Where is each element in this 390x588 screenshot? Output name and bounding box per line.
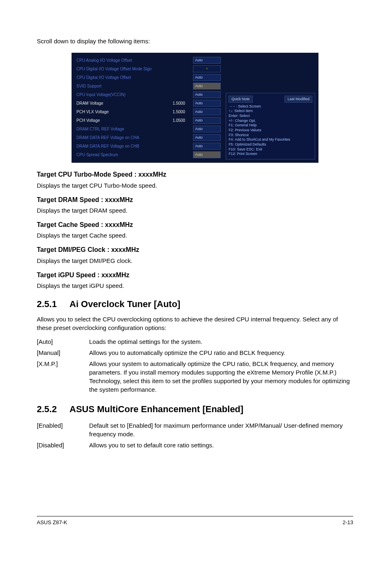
bios-label: DRAM DATA REF Voltage on CHB [76,144,173,149]
bios-label: DRAM CTRL REF Voltage [76,126,173,132]
bios-nav-line: →←: Select Screen [229,104,312,109]
bios-dropdown: Auto [193,143,221,150]
bios-dropdown: Auto [193,100,221,107]
target-heading: Target iGPU Speed : xxxxMHz [37,271,353,280]
option-value: Loads the optimal settings for the syste… [89,336,353,347]
target-heading: Target Cache Speed : xxxxMHz [37,220,353,229]
bios-nav-line: F3: Shortcut [229,133,312,138]
bios-nav-line: F2: Previous Values [229,128,312,133]
bios-nav-line: Enter: Select [229,114,312,119]
intro-text: Scroll down to display the following ite… [37,37,353,45]
bios-row: CPU Input Voltage(VCCIN)Auto [75,90,222,99]
bios-row: DRAM DATA REF Voltage on CHBAuto [75,142,222,150]
bios-value: 1.5000 [173,101,193,106]
bios-dropdown: + [193,65,221,72]
bios-label: SVID Support [76,83,173,89]
bios-row: DRAM Voltage1.5000Auto [75,99,222,108]
bios-row: SVID SupportAuto [75,82,222,90]
option-row: [X.M.P.]Allows your system to automatica… [37,358,353,395]
option-value: Allows your system to automatically opti… [89,358,353,395]
bios-value: 1.5000 [173,109,193,115]
bios-row: CPU Digital I/O Voltage OffsetAuto [75,73,222,82]
target-desc: Displays the target CPU Turbo-Mode speed… [37,181,353,190]
bios-label: CPU Analog I/O Voltage Offset [76,58,173,63]
bios-nav-line: F5: Optimized Defaults [229,142,312,147]
target-desc: Displays the target DMI/PEG clock. [37,256,353,265]
bios-row: DRAM DATA REF Voltage on CHAAuto [75,133,222,142]
option-value: Allows you to set to default core ratio … [89,440,353,451]
target-desc: Displays the target DRAM speed. [37,206,353,215]
option-key: [X.M.P.] [37,358,89,395]
target-heading: Target DRAM Speed : xxxxMHz [37,195,353,204]
bios-dropdown: Auto [193,83,221,90]
option-row: [Enabled]Default set to [Enabled] for ma… [37,420,353,440]
bios-row: CPU Digital I/O Voltage Offset Mode Sign… [75,65,222,73]
section-251-heading: 2.5.1Ai Overclock Tuner [Auto] [37,298,353,311]
option-row: [Auto]Loads the optimal settings for the… [37,336,353,347]
target-heading: Target DMI/PEG Clock : xxxxMHz [37,245,353,254]
target-desc: Displays the target Cache speed. [37,231,353,240]
bios-nav-line: +/-: Change Opt. [229,119,312,123]
bios-dropdown: Auto [193,134,221,141]
bios-label: CPU Digital I/O Voltage Offset Mode Sign [76,66,173,72]
target-desc: Displays the target iGPU speed. [37,281,353,290]
option-row: [Manual]Allows you to automatically opti… [37,347,353,358]
option-value: Default set to [Enabled] for maximum per… [89,420,353,440]
bios-nav-line: F10: Save ESC: Exit [229,147,312,152]
bios-screenshot: CPU Analog I/O Voltage OffsetAutoCPU Dig… [72,53,318,163]
bios-nav-quicknote: Quick Note [229,96,253,103]
bios-value: 1.0500 [173,118,193,123]
section-251-desc: Allows you to select the CPU overclockin… [37,315,353,332]
bios-nav-line: F12: Print Screen [229,152,312,157]
section-252-options: [Enabled]Default set to [Enabled] for ma… [37,420,353,451]
option-value: Allows you to automatically optimize the… [89,347,353,358]
bios-dropdown: Auto [193,126,221,132]
bios-label: DRAM Voltage [76,101,173,106]
bios-dropdown: Auto [193,91,221,98]
bios-label: DRAM DATA REF Voltage on CHA [76,135,173,141]
bios-label: CPU Spread Spectrum [76,152,173,158]
bios-dropdown: Auto [193,117,221,124]
option-key: [Disabled] [37,440,89,451]
target-heading: Target CPU Turbo-Mode Speed : xxxxMHz [37,170,353,179]
bios-nav-lastmod: Last Modified [285,96,312,103]
bios-dropdown: Auto [193,151,221,158]
bios-label: PCH VLX Voltage [76,109,173,115]
bios-nav-line: F1: General Help [229,123,312,128]
option-key: [Auto] [37,336,89,347]
bios-nav-line: ↑↓: Select Item [229,109,312,114]
bios-label: CPU Digital I/O Voltage Offset [76,75,173,81]
bios-dropdown: Auto [193,108,221,115]
option-row: [Disabled]Allows you to set to default c… [37,440,353,451]
bios-row: DRAM CTRL REF VoltageAuto [75,125,222,133]
option-key: [Enabled] [37,420,89,440]
bios-row: CPU Analog I/O Voltage OffsetAuto [75,56,222,65]
bios-nav-line: F4: Add to ShortCut and My Favorites [229,137,312,142]
bios-row: PCH VLX Voltage1.5000Auto [75,108,222,116]
bios-nav-box: Quick Note Last Modified →←: Select Scre… [226,93,315,159]
section-251-options: [Auto]Loads the optimal settings for the… [37,336,353,395]
bios-dropdown: Auto [193,74,221,81]
bios-label: PCH Voltage [76,118,173,123]
footer-model: ASUS Z87-K [37,519,67,526]
bios-row: PCH Voltage1.0500Auto [75,116,222,125]
bios-label: CPU Input Voltage(VCCIN) [76,92,173,98]
option-key: [Manual] [37,347,89,358]
footer-page: 2-13 [343,519,353,526]
section-252-heading: 2.5.2ASUS MultiCore Enhancement [Enabled… [37,403,353,416]
bios-row: CPU Spread SpectrumAuto [75,150,222,159]
bios-dropdown: Auto [193,57,221,64]
page-footer: ASUS Z87-K 2-13 [37,516,353,526]
